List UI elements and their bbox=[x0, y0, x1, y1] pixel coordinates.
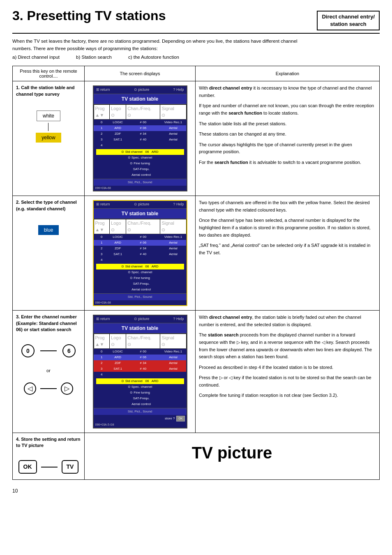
tv-menu-items-3: ⊙ Std channel 06 ARD ⊙ Spec. channel ⊙ F… bbox=[94, 378, 187, 408]
step4-row: 4. Store the setting and return to TV pi… bbox=[13, 433, 380, 480]
step4-screen-cell: TV picture bbox=[85, 433, 380, 480]
tv-menu-items-1: ⊙ Std channel 06 ARD ⊙ Spec. channel ⊙ F… bbox=[94, 148, 187, 179]
step1-explain-cell: With direct channel entry it is necessar… bbox=[196, 81, 380, 196]
page-header: 3. Presetting TV stations Direct channel… bbox=[12, 8, 380, 34]
tv-bottom-1: Std, Pict., Sound bbox=[94, 179, 187, 186]
step4-heading: 4. Store the setting and return to TV pi… bbox=[16, 436, 81, 449]
subtitle-line1: Direct channel entry/ bbox=[322, 13, 375, 21]
expl1-p5: The cursor always highlights the type of… bbox=[199, 141, 376, 156]
tv-menubar-3: ⊞ return ⊙ picture ? Help bbox=[94, 315, 187, 323]
subtitle-box: Direct channel entry/ station search bbox=[317, 11, 380, 30]
ok-button[interactable]: OK bbox=[18, 460, 37, 474]
key-row-numbers: 0 6 bbox=[20, 343, 77, 359]
connector-line-1 bbox=[48, 123, 48, 131]
step2-tv-screen: ⊞ return ⊙ picture ? Help TV station tab… bbox=[93, 200, 187, 306]
tv-button[interactable]: TV bbox=[62, 460, 79, 474]
store-ok-btn[interactable]: OK bbox=[176, 416, 184, 422]
arrow-right-key[interactable]: ▷ bbox=[61, 382, 73, 395]
step1-color-labels: white yellow bbox=[36, 109, 61, 144]
step2-color-labels: blue bbox=[38, 223, 59, 237]
step2-explain-cell: Two types of channels are offered in the… bbox=[196, 196, 380, 311]
step1-screen-cell: ⊞ return ⊙ picture ? Help TV station tab… bbox=[85, 81, 196, 196]
step3-row: 3. Enter the channel number (Example: St… bbox=[13, 311, 380, 433]
tv-store-bar: store ? OK bbox=[94, 415, 187, 423]
page-title: 3. Presetting TV stations bbox=[12, 8, 166, 23]
step2-screen-cell: ⊞ return ⊙ picture ? Help TV station tab… bbox=[85, 196, 196, 311]
tv-code-2: 096+03A-68 bbox=[94, 300, 187, 306]
key-row-arrows: ◁ ▷ bbox=[24, 382, 73, 395]
yellow-label: yellow bbox=[36, 133, 61, 143]
expl3-p1: With direct channel entry, the station t… bbox=[199, 314, 376, 328]
ok-tv-connector bbox=[41, 467, 58, 467]
key-0[interactable]: 0 bbox=[21, 344, 35, 357]
intro-methods: a) Direct channel input b) Station searc… bbox=[12, 54, 380, 61]
step3-tv-screen: ⊞ return ⊙ picture ? Help TV station tab… bbox=[93, 315, 187, 428]
step3-remote-cell: 3. Enter the channel number (Example: St… bbox=[13, 311, 85, 433]
tv-title-1: TV station table bbox=[94, 94, 187, 104]
step2-row: 2. Select the type of channel (e.g. stan… bbox=[13, 196, 380, 311]
expl2-p1: Two types of channels are offered in the… bbox=[199, 199, 376, 214]
white-label: white bbox=[37, 111, 60, 121]
tv-menu-items-2: ⊙ Std channel 06 ARD ⊙ Spec. channel ⊙ F… bbox=[94, 263, 187, 293]
expl1-p1: With direct channel entry it is necessar… bbox=[199, 85, 376, 99]
tv-bottom-2: Std, Pict., Sound bbox=[94, 293, 187, 300]
or-text: or bbox=[46, 367, 51, 374]
expl3-p5: Complete fine tuning if station receptio… bbox=[199, 392, 376, 399]
page-number: 10 bbox=[12, 488, 380, 494]
tv-code-1: 096+03A-68 bbox=[94, 186, 187, 191]
step2-heading: 2. Select the type of channel (e.g. stan… bbox=[16, 199, 81, 212]
step1-remote-cell: 1. Call the station table and channel ty… bbox=[13, 81, 85, 196]
step4-remote-cell: 4. Store the setting and return to TV pi… bbox=[13, 433, 85, 480]
step1-heading: 1. Call the station table and channel ty… bbox=[16, 85, 81, 97]
tv-menubar-2: ⊞ return ⊙ picture ? Help bbox=[94, 201, 187, 209]
tv-inner-table-3: Prog▲▼ Logo⊙ Chan./Freq.⊙ Signal⊙ 0LOGIC… bbox=[94, 334, 187, 378]
blue-label: blue bbox=[38, 225, 59, 235]
tv-code-3: 096+03A-5-G8 bbox=[94, 422, 187, 428]
step2-remote-content: 2. Select the type of channel (e.g. stan… bbox=[16, 199, 81, 237]
step3-explain-cell: With direct channel entry, the station t… bbox=[196, 311, 380, 433]
blue-label-container: blue bbox=[38, 223, 59, 237]
yellow-label-container: yellow bbox=[36, 131, 61, 144]
col-header-screen: The screen displays bbox=[85, 66, 196, 81]
arrow-left-key[interactable]: ◁ bbox=[24, 382, 36, 395]
col-header-explain: Explanation bbox=[196, 66, 380, 81]
key-6[interactable]: 6 bbox=[62, 344, 76, 357]
expl1-p2: If type and number of channel are not kn… bbox=[199, 102, 376, 117]
step1-row: 1. Call the station table and channel ty… bbox=[13, 81, 380, 196]
step4-remote-content: 4. Store the setting and return to TV pi… bbox=[16, 436, 81, 477]
tv-inner-table-1: Prog▲▼ Logo⊙ Chan./Freq.⊙ Signal⊙ 0LOGIC… bbox=[94, 104, 187, 148]
step3-heading: 3. Enter the channel number (Example: St… bbox=[16, 314, 81, 333]
tv-title-2: TV station table bbox=[94, 209, 187, 219]
connector-dash-2 bbox=[40, 388, 57, 389]
tv-bottom-3: Std, Pict., Sound bbox=[94, 408, 187, 415]
step2-remote-cell: 2. Select the type of channel (e.g. stan… bbox=[13, 196, 85, 311]
main-table: Press this key on the remote control....… bbox=[12, 66, 380, 480]
step1-tv-screen: ⊞ return ⊙ picture ? Help TV station tab… bbox=[93, 85, 187, 191]
expl3-p2: The station search proceeds from the dis… bbox=[199, 332, 376, 360]
expl1-p4: These stations can be changed at any tim… bbox=[199, 131, 376, 138]
expl2-p3: „SAT freq." and „Aerial control" can be … bbox=[199, 242, 376, 256]
expl3-p3: Proceed as described in step 4 if the lo… bbox=[199, 364, 376, 371]
connector-dash-1 bbox=[40, 350, 57, 351]
white-label-container: white bbox=[36, 109, 61, 123]
tv-inner-table-2: Prog▲▼ Logo⊙ Chan./Freq.⊙ Signal⊙ 0LOGIC… bbox=[94, 219, 187, 263]
expl2-p2: Once the channel type has been selected,… bbox=[199, 217, 376, 239]
step3-remote-content: 3. Enter the channel number (Example: St… bbox=[16, 314, 81, 397]
subtitle-line2: station search bbox=[322, 21, 375, 28]
expl1-p6: For the search function it is advisable … bbox=[199, 159, 376, 166]
intro-text: When the TV set leaves the factory, ther… bbox=[12, 38, 380, 61]
tv-title-3: TV station table bbox=[94, 323, 187, 334]
tv-picture-label: TV picture bbox=[88, 440, 376, 465]
step1-remote-content: 1. Call the station table and channel ty… bbox=[16, 85, 81, 144]
step3-controls: 0 6 or ◁ ▷ bbox=[20, 340, 77, 397]
step3-screen-cell: ⊞ return ⊙ picture ? Help TV station tab… bbox=[85, 311, 196, 433]
expl3-p4: Press the ▷ or ◁ key if the located stat… bbox=[199, 374, 376, 389]
col-header-remote: Press this key on the remote control.... bbox=[13, 66, 85, 81]
tv-menubar-1: ⊞ return ⊙ picture ? Help bbox=[94, 86, 187, 94]
step4-key-row: OK TV bbox=[18, 460, 79, 474]
expl1-p3: The station table lists all the preset s… bbox=[199, 120, 376, 128]
